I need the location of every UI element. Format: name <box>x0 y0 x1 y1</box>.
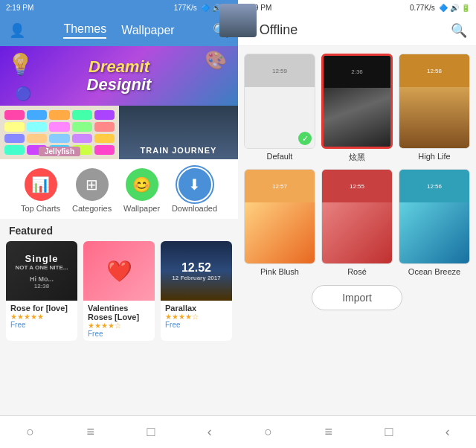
app-dot <box>94 145 115 155</box>
theme-heise-name: 炫黑 <box>349 152 365 163</box>
icon-item-top-charts[interactable]: 📊 Top Charts <box>21 168 60 213</box>
app-dot <box>94 134 115 144</box>
card-single-img: Single NOT A ONE NITE... Hi Mo... 12:38 <box>6 241 77 301</box>
right-nav-bar: ○ ≡ □ ‹ <box>238 415 476 448</box>
app-dot <box>72 122 92 132</box>
import-btn-row: Import <box>244 276 470 319</box>
left-nav-home[interactable]: ○ <box>26 424 34 440</box>
card-parallax[interactable]: 12.52 12 February 2017 Parallax ★★★★☆ Fr… <box>161 241 232 341</box>
hero-banner-line2: Designit <box>87 76 152 94</box>
banner-strip: Jellyfish TRAIN JOURNEY <box>0 106 238 159</box>
categories-icon: ⊞ <box>76 168 109 201</box>
card-parallax-info: Parallax ★★★★☆ Free <box>161 301 232 332</box>
icon-row: 📊 Top Charts ⊞ Categories 😊 Wallpaper ⬇ … <box>0 159 238 219</box>
right-panel: 2:19 PM 0.77K/s 🔷 🔊 🔋 ‹ Offline 🔍 12:59 … <box>238 0 476 448</box>
theme-highlife[interactable]: 12:58 High Life <box>399 54 470 163</box>
app-dot <box>27 134 47 144</box>
app-dot <box>49 122 69 132</box>
left-nav-bar: ○ ≡ □ ‹ <box>0 415 238 448</box>
card-valentines-img: ❤️ <box>83 241 155 301</box>
theme-heise[interactable]: 2:36 炫黑 <box>321 54 393 163</box>
theme-rose-preview: 12:55 <box>321 169 393 264</box>
banner-right-train: TRAIN JOURNEY <box>119 106 238 159</box>
preview-heise-img: 2:36 <box>324 56 390 147</box>
featured-title: Featured <box>0 219 238 241</box>
icon-item-downloaded[interactable]: ⬇ Downloaded <box>172 168 217 213</box>
card-valentines-img-text: ❤️ <box>106 259 132 284</box>
hero-decor-bottom: 🔵 <box>15 86 31 102</box>
card-parallax-img-text: 12.52 12 February 2017 <box>172 261 220 281</box>
app-dot <box>94 122 115 132</box>
preview-rose-img: 12:55 <box>322 170 392 263</box>
card-parallax-price: Free <box>165 321 228 329</box>
preview-oceanbreeze-img: 12:56 <box>399 170 469 263</box>
app-dot <box>49 110 69 120</box>
hero-banner: Dreamit Designit 💡 🎨 🔵 <box>0 46 238 106</box>
card-valentines-name: Valentines Roses [Love] <box>88 304 150 321</box>
card-parallax-stars: ★★★★☆ <box>165 313 228 321</box>
app-dot <box>72 110 92 120</box>
wallpaper-label: Wallpaper <box>123 204 160 213</box>
themes-grid: 12:59 ✓ Default 2:36 炫黑 <box>244 54 470 276</box>
top-charts-label: Top Charts <box>21 204 60 213</box>
app-dot <box>4 145 25 155</box>
right-nav-back[interactable]: ‹ <box>446 424 450 440</box>
app-dot <box>4 134 25 144</box>
right-nav-home[interactable]: ○ <box>264 424 272 440</box>
theme-highlife-preview: 12:58 <box>399 54 470 149</box>
app-dot <box>49 134 69 144</box>
preview-pinkblush-img: 12:57 <box>245 170 315 263</box>
categories-label: Categories <box>72 204 112 213</box>
banner-jelly-label: Jellyfish <box>39 147 80 156</box>
theme-rose[interactable]: 12:55 Rosé <box>321 169 393 276</box>
card-single-stars: ★★★★★ <box>10 313 73 321</box>
card-valentines-price: Free <box>88 330 150 338</box>
card-parallax-img: 12.52 12 February 2017 <box>161 241 232 301</box>
right-nav-menu[interactable]: ≡ <box>325 424 333 440</box>
app-dot <box>4 122 25 132</box>
card-single[interactable]: Single NOT A ONE NITE... Hi Mo... 12:38 … <box>6 241 77 341</box>
left-nav-back[interactable]: ‹ <box>208 424 212 440</box>
theme-default[interactable]: 12:59 ✓ Default <box>244 54 315 163</box>
default-checkmark: ✓ <box>298 132 312 145</box>
theme-oceanbreeze-name: Ocean Breeze <box>408 267 460 276</box>
theme-pinkblush-name: Pink Blush <box>260 267 299 276</box>
app-dot <box>4 110 25 120</box>
theme-highlife-name: High Life <box>418 152 450 161</box>
hero-decor-right: 🎨 <box>205 50 227 71</box>
banner-right-title: TRAIN JOURNEY <box>141 146 217 155</box>
banner-left-apps: Jellyfish <box>0 106 119 159</box>
theme-oceanbreeze[interactable]: 12:56 Ocean Breeze <box>399 169 470 276</box>
card-valentines[interactable]: ❤️ Valentines Roses [Love] ★★★★☆ Free <box>83 241 155 341</box>
icon-item-categories[interactable]: ⊞ Categories <box>72 168 112 213</box>
theme-heise-preview: 2:36 <box>321 54 393 149</box>
left-nav-recents[interactable]: □ <box>147 424 155 440</box>
hero-decor-left: 💡 <box>7 52 33 77</box>
icon-item-wallpaper[interactable]: 😊 Wallpaper <box>123 168 160 213</box>
app-dot <box>94 110 115 120</box>
left-panel: 2:19 PM 177K/s 🔷 🔊 🔋 👤 Themes Wallpaper … <box>0 0 238 448</box>
import-button[interactable]: Import <box>312 285 402 310</box>
theme-default-preview: 12:59 ✓ <box>244 54 315 149</box>
theme-default-name: Default <box>267 152 293 161</box>
wallpaper-icon: 😊 <box>126 168 158 201</box>
card-parallax-name: Parallax <box>165 304 228 313</box>
right-content: 12:59 ✓ Default 2:36 炫黑 <box>238 46 476 415</box>
preview-highlife-img: 12:58 <box>399 54 469 148</box>
card-single-name: Rose for [love] <box>10 304 73 313</box>
left-content: Dreamit Designit 💡 🎨 🔵 <box>0 46 238 415</box>
card-valentines-info: Valentines Roses [Love] ★★★★☆ Free <box>83 301 155 341</box>
theme-pinkblush[interactable]: 12:57 Pink Blush <box>244 169 315 276</box>
theme-rose-name: Rosé <box>347 267 367 276</box>
theme-pinkblush-preview: 12:57 <box>244 169 315 264</box>
cards-row: Single NOT A ONE NITE... Hi Mo... 12:38 … <box>0 241 238 347</box>
left-nav-menu[interactable]: ≡ <box>87 424 95 440</box>
card-single-info: Rose for [love] ★★★★★ Free <box>6 301 77 332</box>
app-dot <box>27 110 47 120</box>
card-single-price: Free <box>10 321 73 329</box>
hero-banner-line1: Dreamit <box>89 58 149 76</box>
downloaded-label: Downloaded <box>172 204 217 213</box>
right-nav-recents[interactable]: □ <box>385 424 393 440</box>
top-charts-icon: 📊 <box>25 168 57 201</box>
card-valentines-stars: ★★★★☆ <box>88 321 150 330</box>
